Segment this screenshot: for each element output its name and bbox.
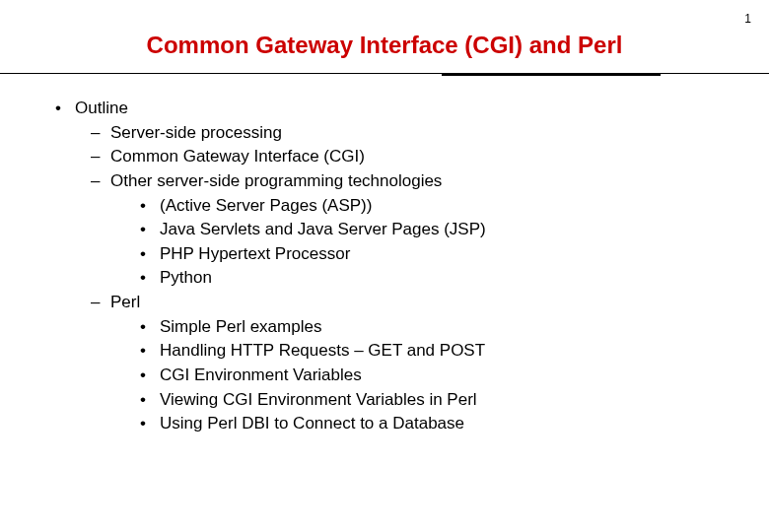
list-item-label: CGI Environment Variables xyxy=(160,364,362,388)
list-item: – Perl xyxy=(39,291,730,315)
bullet-icon: • xyxy=(140,218,160,242)
list-item: – Common Gateway Interface (CGI) xyxy=(39,145,730,169)
bullet-icon: • xyxy=(140,364,160,388)
list-item: • Python xyxy=(39,266,730,291)
list-item-label: Java Servlets and Java Server Pages (JSP… xyxy=(160,218,486,242)
list-item-label: Simple Perl examples xyxy=(160,315,321,340)
list-item-label: Viewing CGI Environment Variables in Per… xyxy=(160,388,477,413)
bullet-icon: • xyxy=(140,242,160,267)
outline-heading-row: • Outline xyxy=(39,97,730,121)
list-item-label: Perl xyxy=(110,291,140,315)
list-item: – Other server-side programming technolo… xyxy=(39,169,730,194)
bullet-icon: • xyxy=(140,194,160,219)
list-item-label: PHP Hypertext Processor xyxy=(160,242,350,267)
bullet-icon: • xyxy=(140,315,160,340)
dash-icon: – xyxy=(91,145,110,169)
bullet-icon: • xyxy=(55,97,75,121)
bullet-icon: • xyxy=(140,412,160,436)
list-item-label: Common Gateway Interface (CGI) xyxy=(110,145,365,169)
dash-icon: – xyxy=(91,169,110,194)
list-item: • Using Perl DBI to Connect to a Databas… xyxy=(39,412,730,436)
slide-content: • Outline – Server-side processing – Com… xyxy=(0,75,769,436)
list-item-label: Other server-side programming technologi… xyxy=(110,169,442,194)
list-item-label: (Active Server Pages (ASP)) xyxy=(160,194,372,219)
list-item-label: Using Perl DBI to Connect to a Database xyxy=(160,412,464,436)
list-item: – Server-side processing xyxy=(39,121,730,146)
bullet-icon: • xyxy=(140,339,160,364)
list-item: • Simple Perl examples xyxy=(39,315,730,340)
slide-title: Common Gateway Interface (CGI) and Perl xyxy=(0,0,769,73)
outline-heading: Outline xyxy=(75,97,128,121)
list-item: • Handling HTTP Requests – GET and POST xyxy=(39,339,730,364)
bullet-icon: • xyxy=(140,388,160,413)
list-item: • PHP Hypertext Processor xyxy=(39,242,730,267)
list-item: • CGI Environment Variables xyxy=(39,364,730,388)
page-number: 1 xyxy=(744,12,751,26)
list-item: • Viewing CGI Environment Variables in P… xyxy=(39,388,730,413)
list-item: • (Active Server Pages (ASP)) xyxy=(39,194,730,219)
list-item-label: Server-side processing xyxy=(110,121,282,146)
list-item-label: Handling HTTP Requests – GET and POST xyxy=(160,339,485,364)
dash-icon: – xyxy=(91,291,110,315)
bullet-icon: • xyxy=(140,266,160,291)
list-item-label: Python xyxy=(160,266,212,291)
dash-icon: – xyxy=(91,121,110,146)
list-item: • Java Servlets and Java Server Pages (J… xyxy=(39,218,730,242)
title-underline xyxy=(0,73,769,75)
